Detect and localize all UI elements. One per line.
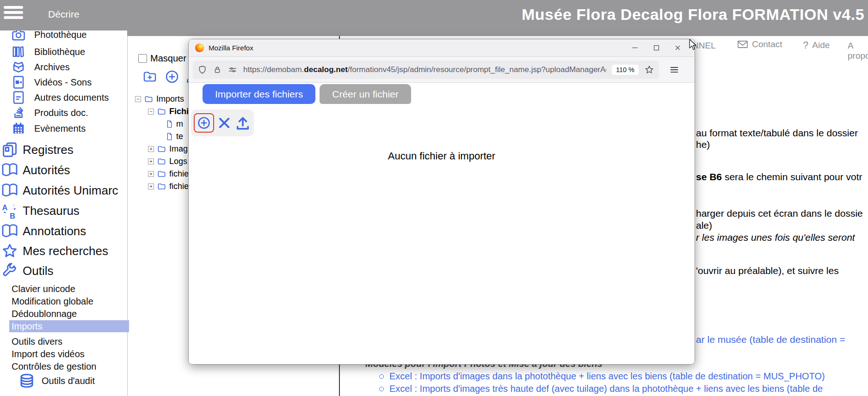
tree-label: fichie xyxy=(169,169,189,179)
list-bullet xyxy=(379,387,384,391)
tree-node-file[interactable]: m xyxy=(166,119,183,129)
add-file-highlight-box xyxy=(194,113,214,133)
body-text-line: au format texte/tabulé dans le dossier xyxy=(696,128,858,139)
sidebar-item-autorites[interactable]: Autorités xyxy=(1,161,70,179)
mouse-cursor xyxy=(689,39,697,50)
aide-link[interactable]: ? Aide xyxy=(803,39,830,51)
tree-node-imports[interactable]: − Imports xyxy=(135,94,184,104)
sidebar-item-mes-recherches[interactable]: Mes recherches xyxy=(1,242,108,260)
calendar-icon xyxy=(12,122,25,135)
zoom-level-badge[interactable]: 110 % xyxy=(612,65,639,75)
add-folder-icon[interactable] xyxy=(142,69,158,84)
apropos-link[interactable]: A propos xyxy=(848,41,868,61)
sidebar-item-clavier-unicode[interactable]: Clavier unicode xyxy=(9,283,129,295)
masquer-checkbox[interactable] xyxy=(138,54,147,63)
open-book-icon xyxy=(1,223,18,239)
tree-label: m xyxy=(176,119,183,129)
sidebar-item-thesaurus[interactable]: A B Thesaurus xyxy=(1,202,80,219)
remove-file-icon[interactable] xyxy=(216,115,232,131)
add-circle-icon[interactable] xyxy=(165,69,179,84)
sidebar-item-autres-documents[interactable]: Autres documents xyxy=(12,91,109,104)
body-link-fragment[interactable]: ar le musée (table de destination = xyxy=(696,334,845,345)
excel-import-link[interactable]: Excel : Imports d'images dans la phototh… xyxy=(379,371,825,382)
add-file-icon[interactable] xyxy=(197,116,211,130)
tab-importer-des-fichiers[interactable]: Importer des fichiers xyxy=(203,84,315,104)
stack-icon xyxy=(12,106,25,120)
database-icon xyxy=(18,372,35,389)
tree-label: fichie xyxy=(169,182,189,191)
sidebar-item-controles-gestion[interactable]: Contrôles de gestion xyxy=(9,360,129,372)
sidebar-item-autorites-unimarc[interactable]: Autorités Unimarc xyxy=(1,182,118,199)
mail-icon xyxy=(737,40,748,49)
sidebar-item-imports-selected[interactable]: Imports xyxy=(9,320,129,332)
sidebar-item-annotations[interactable]: Annotations xyxy=(1,222,86,240)
permissions-icon[interactable] xyxy=(228,65,238,75)
sidebar-item-outils[interactable]: Outils xyxy=(1,262,53,280)
empty-state-message: Aucun fichier à importer xyxy=(189,150,695,162)
folder-icon xyxy=(157,157,166,166)
tree-node-file[interactable]: te xyxy=(166,131,183,141)
sidebar-item-outils-divers[interactable]: Outils divers xyxy=(9,335,129,347)
close-button[interactable] xyxy=(667,41,688,55)
upload-icon[interactable] xyxy=(234,115,251,131)
tree-node-fichier1[interactable]: + fichie xyxy=(148,169,189,179)
sidebar-item-videos-sons[interactable]: Vidéos - Sons xyxy=(12,75,92,89)
expand-icon[interactable]: + xyxy=(148,183,154,189)
sidebar-item-evenements[interactable]: Evènements xyxy=(12,122,86,135)
lock-icon[interactable] xyxy=(213,65,222,75)
tree-node-logs[interactable]: + Logs xyxy=(148,156,187,166)
firefox-icon xyxy=(195,43,204,52)
svg-text:B: B xyxy=(10,212,15,219)
list-bullet xyxy=(379,374,384,379)
maximize-button[interactable] xyxy=(646,41,667,55)
collapse-icon[interactable]: − xyxy=(148,109,154,115)
library-icon xyxy=(12,45,25,59)
bookmark-star-icon[interactable] xyxy=(644,65,654,75)
sidebar-item-dedoublonnage[interactable]: Dédoublonnage xyxy=(9,308,129,320)
app-header-strip xyxy=(127,30,868,36)
contact-link[interactable]: Contact xyxy=(737,39,782,49)
video-file-icon xyxy=(12,75,25,89)
expand-icon[interactable]: + xyxy=(148,158,154,164)
app-menu-icon[interactable] xyxy=(669,65,679,75)
excel-import-hd-link[interactable]: Excel : Imports d'images très haute def … xyxy=(379,384,823,394)
upload-toolbar xyxy=(191,110,254,136)
sidebar-item-outils-audit[interactable]: Outils d'audit xyxy=(18,372,95,389)
body-text-line: ale) xyxy=(696,220,712,231)
shield-icon[interactable] xyxy=(197,65,207,75)
tree-node-images[interactable]: + Imag xyxy=(148,144,188,154)
masquer-checkbox-row[interactable]: Masquer xyxy=(138,53,186,64)
url-bar[interactable]: https://demobam.decalog.net/formationv45… xyxy=(193,61,659,79)
sidebar-item-modification-globale[interactable]: Modification globale xyxy=(9,295,129,307)
sidebar-item-import-videos[interactable]: Import des vidéos xyxy=(9,348,129,360)
body-text-line: 'ouvrir au préalable), et suivre les xyxy=(696,265,839,276)
tree-node-fichiers[interactable]: − Fichi xyxy=(148,106,189,116)
url-text[interactable]: https://demobam.decalog.net/formationv45… xyxy=(243,65,606,74)
tree-label: Imag xyxy=(169,144,188,154)
collapse-icon[interactable]: − xyxy=(135,96,141,102)
sidebar-item-bibliotheque[interactable]: Bibliothèque xyxy=(12,45,85,59)
expand-icon[interactable]: + xyxy=(148,171,154,177)
folder-icon xyxy=(157,182,166,191)
tree-node-fichier2[interactable]: + fichie xyxy=(148,181,189,191)
hamburger-menu-icon[interactable] xyxy=(4,6,24,19)
masquer-label: Masquer xyxy=(150,53,186,64)
tab-creer-un-fichier[interactable]: Créer un fichier xyxy=(320,84,411,104)
firefox-popup-window: Mozilla Firefox https://demobam.decalog.… xyxy=(188,39,695,365)
close-icon xyxy=(675,45,681,51)
window-titlebar[interactable]: Mozilla Firefox xyxy=(189,39,695,57)
open-book-icon xyxy=(1,182,18,199)
open-book-icon xyxy=(1,162,18,178)
folder-icon xyxy=(157,107,166,116)
star-icon xyxy=(1,243,18,259)
open-box-icon xyxy=(12,60,25,74)
expand-icon[interactable]: + xyxy=(148,146,154,152)
browser-toolbar: https://demobam.decalog.net/formationv45… xyxy=(189,57,695,83)
sidebar-item-archives[interactable]: Archives xyxy=(12,60,70,74)
file-icon xyxy=(166,120,173,128)
sidebar-item-registres[interactable]: Registres xyxy=(1,141,74,158)
window-title: Mozilla Firefox xyxy=(209,44,624,52)
sidebar-item-produits-doc[interactable]: Produits doc. xyxy=(12,106,88,120)
minimize-button[interactable] xyxy=(624,41,646,55)
tree-label: te xyxy=(176,132,183,141)
